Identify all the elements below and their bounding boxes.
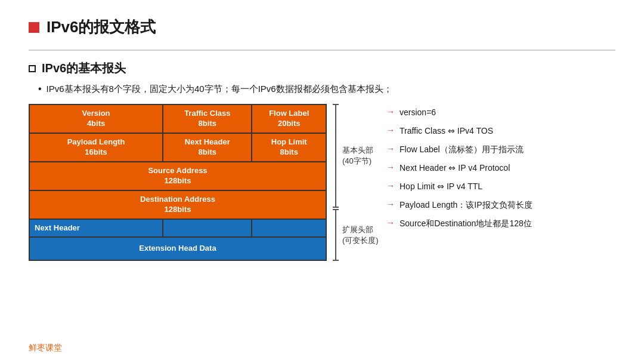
dest-address-cell: Destination Address128bits	[29, 190, 326, 219]
source-address-cell: Source Address128bits	[29, 162, 326, 190]
right-bullet-item: → Traffic Class ⇔ IPv4 TOS	[386, 125, 615, 137]
page-title: IPv6的报文格式	[47, 17, 156, 38]
packet-diagram: Version4bits Traffic Class8bits Flow Lab…	[29, 104, 369, 261]
section-title-row: IPv6的基本报头	[29, 60, 615, 76]
page-container: IPv6的报文格式 IPv6的基本报头 • IPv6基本报头有8个字段，固定大小…	[0, 0, 644, 363]
arrow-icon: →	[386, 199, 395, 209]
empty-cell-2	[252, 219, 326, 238]
ext-head-brace: 扩展头部(可变长度)	[333, 209, 379, 261]
next-header-cell: Next Header8bits	[163, 133, 252, 162]
right-bullet-item: → version=6	[386, 106, 615, 119]
traffic-class-cell: Traffic Class8bits	[163, 104, 252, 133]
footer-text: 鲜枣课堂	[29, 343, 62, 352]
brace-annotations: 基本头部(40字节) 扩展头部(可变长度)	[333, 104, 379, 261]
footer: 鲜枣课堂	[29, 342, 62, 353]
arrow-icon: →	[386, 107, 395, 116]
right-bullet-text: Payload Length：该IP报文负荷长度	[400, 199, 532, 211]
basic-head-label: 基本头部(40字节)	[342, 145, 373, 167]
version-cell: Version4bits	[29, 104, 163, 133]
right-panel: → version=6 → Traffic Class ⇔ IPv4 TOS →…	[386, 104, 615, 236]
ext-head-label: 扩展头部(可变长度)	[342, 224, 379, 246]
right-bullet-text: Hop Limit ⇔ IP v4 TTL	[400, 180, 482, 193]
title-square-icon	[29, 22, 39, 33]
hop-limit-cell: Hop Limit8bits	[252, 133, 326, 162]
right-bullet-item: → Hop Limit ⇔ IP v4 TTL	[386, 180, 615, 193]
bullet-text: IPv6基本报头有8个字段，固定大小为40字节；每一个IPv6数据报都必须包含基…	[47, 82, 392, 95]
right-bullet-item: → Source和Destination地址都是128位	[386, 217, 615, 230]
table-row: Version4bits Traffic Class8bits Flow Lab…	[29, 104, 326, 133]
right-bullet-item: → Flow Label（流标签）用于指示流	[386, 143, 615, 156]
divider	[29, 50, 615, 51]
bullet-row: • IPv6基本报头有8个字段，固定大小为40字节；每一个IPv6数据报都必须包…	[29, 82, 615, 96]
ext-head-data-cell: Extension Head Data	[29, 237, 326, 260]
arrow-icon: →	[386, 125, 395, 135]
title-row: IPv6的报文格式	[29, 17, 615, 38]
payload-length-cell: Payload Length16bits	[29, 133, 163, 162]
right-bullet-text: Next Header ⇔ IP v4 Protocol	[400, 162, 510, 174]
table-container: Version4bits Traffic Class8bits Flow Lab…	[29, 104, 327, 261]
section-title: IPv6的基本报头	[42, 60, 126, 76]
right-bullet-text: Traffic Class ⇔ IPv4 TOS	[400, 125, 493, 137]
main-content: Version4bits Traffic Class8bits Flow Lab…	[29, 104, 615, 261]
table-row: Payload Length16bits Next Header8bits Ho…	[29, 133, 326, 162]
arrow-icon: →	[386, 181, 395, 190]
diagram-brace-layout: Version4bits Traffic Class8bits Flow Lab…	[29, 104, 369, 261]
right-bullet-text: Source和Destination地址都是128位	[400, 217, 532, 230]
flow-label-cell: Flow Label20bits	[252, 104, 326, 133]
table-row: Extension Head Data	[29, 237, 326, 260]
packet-table: Version4bits Traffic Class8bits Flow Lab…	[29, 104, 327, 261]
table-row: Source Address128bits	[29, 162, 326, 190]
right-bullet-item: → Next Header ⇔ IP v4 Protocol	[386, 162, 615, 174]
arrow-icon: →	[386, 162, 395, 172]
next-header-blue-cell: Next Header	[29, 219, 163, 238]
right-bullet-text: Flow Label（流标签）用于指示流	[400, 143, 524, 156]
arrow-icon: →	[386, 144, 395, 153]
right-bullet-text: version=6	[400, 106, 436, 119]
bullet-icon: •	[38, 82, 42, 96]
table-row: Next Header	[29, 219, 326, 238]
table-row: Destination Address128bits	[29, 190, 326, 219]
basic-head-brace: 基本头部(40字节)	[333, 104, 379, 208]
arrow-icon: →	[386, 218, 395, 227]
section-square-icon	[29, 65, 36, 72]
right-bullet-item: → Payload Length：该IP报文负荷长度	[386, 199, 615, 211]
empty-cell-1	[163, 219, 252, 238]
